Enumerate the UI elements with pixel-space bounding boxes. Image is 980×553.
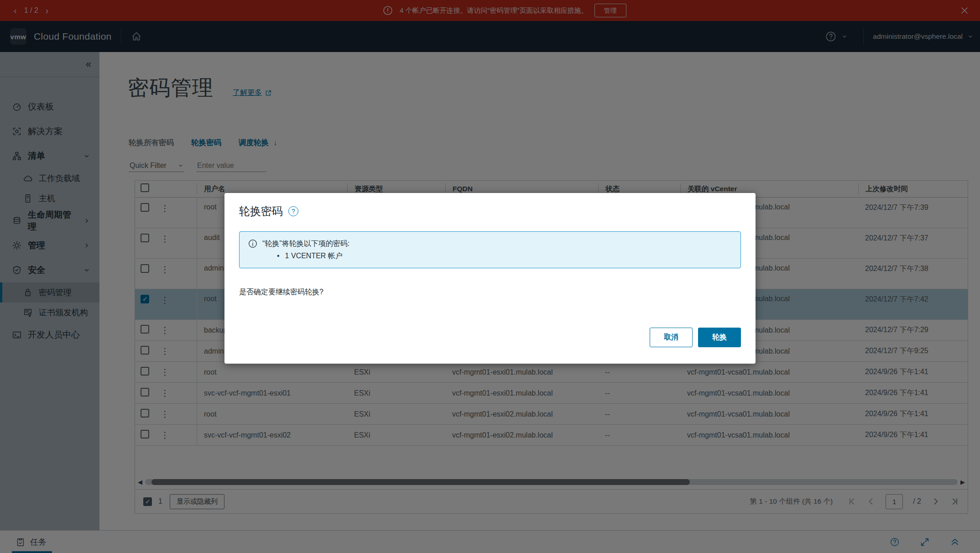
rotate-button[interactable]: 轮换 — [698, 328, 741, 347]
modal-actions: 取消 轮换 — [650, 328, 741, 347]
modal-help-icon[interactable]: ? — [288, 206, 298, 216]
info-alert-line: “轮换”将轮换以下项的密码: — [248, 239, 732, 249]
info-icon — [248, 239, 258, 249]
info-alert-text: “轮换”将轮换以下项的密码: — [262, 239, 349, 249]
modal-title: 轮换密码 — [239, 204, 283, 219]
rotate-passwords-modal: 轮换密码 ? “轮换”将轮换以下项的密码: 1 VCENTER 帐户 是否确定要… — [224, 193, 756, 364]
cancel-button[interactable]: 取消 — [650, 328, 693, 347]
modal-question: 是否确定要继续密码轮换? — [239, 287, 741, 297]
modal-title-row: 轮换密码 ? — [239, 193, 741, 219]
info-alert-items: 1 VCENTER 帐户 — [277, 251, 732, 261]
info-alert: “轮换”将轮换以下项的密码: 1 VCENTER 帐户 — [239, 231, 741, 268]
vcf-password-management-screen: ‹ 1 / 2 › 4 个帐户已断开连接。请访问“密码管理”页面以采取相应措施。… — [0, 0, 980, 553]
info-alert-item: 1 VCENTER 帐户 — [277, 251, 732, 261]
